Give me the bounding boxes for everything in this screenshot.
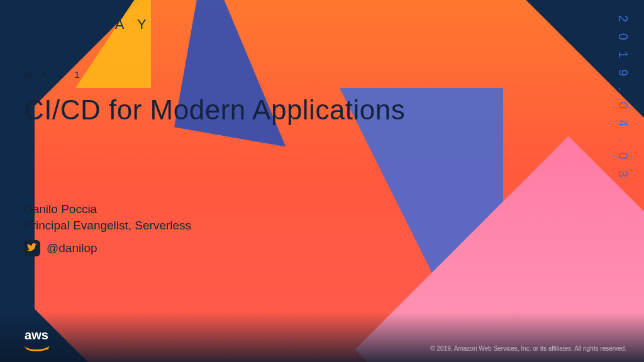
- twitter-handle-row: @danilop: [24, 240, 97, 256]
- aws-smile-icon: [23, 342, 50, 349]
- event-brand-day: D A Y: [92, 16, 152, 32]
- presentation-title: CI/CD for Modern Applications: [24, 94, 405, 126]
- event-brand-dev: D E V: [24, 16, 85, 32]
- event-city: O S L O: [24, 34, 152, 41]
- speaker-block: Danilo Poccia Principal Evangelist, Serv…: [24, 201, 191, 233]
- twitter-icon: [24, 240, 40, 256]
- content-layer: D E V D A Y O S L O M A D 1 CI/CD for Mo…: [0, 0, 644, 362]
- slide-root: D E V D A Y O S L O M A D 1 CI/CD for Mo…: [0, 0, 644, 362]
- twitter-handle-text: @danilop: [47, 241, 97, 255]
- speaker-name: Danilo Poccia: [24, 201, 191, 217]
- aws-logo: aws: [23, 329, 50, 349]
- speaker-role: Principal Evangelist, Serverless: [24, 217, 191, 234]
- event-brand: D E V D A Y O S L O: [24, 16, 152, 41]
- event-date-vertical: 2 0 1 9 . 0 4 . 0 3: [616, 15, 630, 181]
- session-code: M A D 1: [24, 69, 84, 80]
- copyright-text: © 2019, Amazon Web Services, Inc. or its…: [430, 345, 626, 352]
- aws-logo-text: aws: [25, 329, 48, 341]
